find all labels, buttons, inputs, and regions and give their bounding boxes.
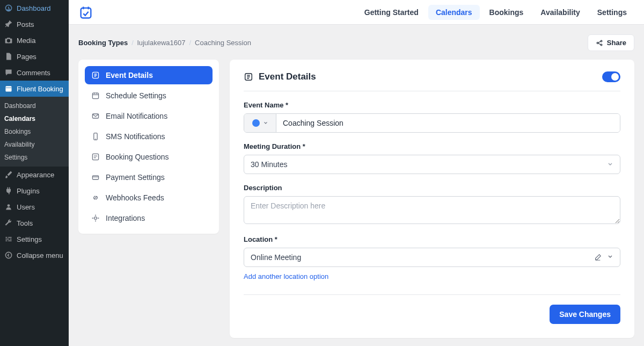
wp-menu-posts[interactable]: Posts	[0, 16, 69, 32]
wp-menu-dashboard[interactable]: Dashboard	[0, 0, 69, 16]
chevron-down-icon	[607, 161, 613, 168]
fluent-booking-logo-icon	[78, 5, 93, 20]
tab-schedule-settings[interactable]: Schedule Settings	[85, 86, 213, 105]
wrench-icon	[4, 219, 13, 227]
share-button[interactable]: Share	[588, 34, 634, 51]
wp-sub-availability[interactable]: Availability	[0, 138, 69, 151]
page-icon	[4, 52, 13, 61]
breadcrumb-separator: /	[131, 39, 134, 47]
svg-point-1	[8, 204, 10, 207]
svg-rect-8	[92, 93, 98, 98]
tab-integrations[interactable]: Integrations	[85, 209, 213, 227]
wp-menu-collapse[interactable]: Collapse menu	[0, 247, 69, 263]
wp-menu-settings[interactable]: Settings	[0, 231, 69, 247]
sms-icon	[91, 132, 100, 141]
chevron-down-icon	[263, 120, 268, 126]
event-color-picker[interactable]	[244, 114, 276, 132]
breadcrumb-separator: /	[189, 39, 191, 47]
nav-settings[interactable]: Settings	[590, 5, 634, 20]
location-label: Location *	[244, 235, 620, 243]
duration-select[interactable]: 30 Minutes	[244, 155, 620, 174]
wp-menu-pages[interactable]: Pages	[0, 48, 69, 64]
calendar-icon	[4, 84, 13, 93]
plug-icon	[4, 186, 13, 195]
wp-menu-appearance[interactable]: Appearance	[0, 167, 69, 183]
tab-booking-questions[interactable]: Booking Questions	[85, 148, 213, 166]
wp-menu-tools[interactable]: Tools	[0, 215, 69, 231]
wp-menu-fluent-booking[interactable]: Fluent Booking	[0, 81, 69, 97]
wp-admin-sidebar: Dashboard Posts Media Pages Comments Flu…	[0, 0, 69, 346]
svg-rect-9	[92, 114, 98, 118]
wp-sub-bookings[interactable]: Bookings	[0, 125, 69, 138]
top-nav: Getting Started Calendars Bookings Avail…	[357, 5, 634, 20]
save-button[interactable]: Save Changes	[550, 305, 620, 324]
tab-sms-notifications[interactable]: SMS Notifications	[85, 127, 213, 146]
nav-getting-started[interactable]: Getting Started	[357, 5, 426, 20]
camera-icon	[4, 36, 13, 45]
gauge-icon	[4, 4, 13, 12]
chevron-down-icon[interactable]	[607, 254, 613, 261]
sliders-icon	[4, 235, 13, 243]
details-icon	[91, 71, 100, 80]
wp-submenu: Dashboard Calendars Bookings Availabilit…	[0, 97, 69, 167]
description-input[interactable]	[244, 196, 620, 224]
tab-event-details[interactable]: Event Details	[85, 66, 213, 84]
comment-icon	[4, 68, 13, 77]
panel-title: Event Details	[259, 71, 316, 82]
breadcrumb-user[interactable]: lujulakewa1607	[137, 39, 186, 47]
integrations-icon	[91, 214, 100, 222]
svg-point-2	[5, 252, 11, 258]
svg-point-4	[597, 42, 598, 44]
mail-icon	[91, 112, 100, 120]
calendar-small-icon	[91, 91, 100, 100]
svg-point-5	[601, 40, 602, 42]
tab-email-notifications[interactable]: Email Notifications	[85, 107, 213, 125]
breadcrumb-leaf: Coaching Session	[195, 39, 251, 47]
svg-rect-11	[92, 154, 98, 160]
breadcrumb-root[interactable]: Booking Types	[78, 39, 128, 47]
wp-sub-settings[interactable]: Settings	[0, 151, 69, 164]
wp-sub-calendars[interactable]: Calendars	[0, 112, 69, 125]
collapse-icon	[4, 251, 13, 260]
add-location-link[interactable]: Add another location option	[244, 272, 328, 280]
user-icon	[4, 203, 13, 211]
tab-payment-settings[interactable]: Payment Settings	[85, 168, 213, 186]
tab-webhooks-feeds[interactable]: Webhooks Feeds	[85, 189, 213, 207]
svg-rect-0	[5, 86, 11, 91]
event-details-panel: Event Details Event Name *	[230, 60, 634, 338]
pin-icon	[4, 20, 13, 28]
wp-menu-media[interactable]: Media	[0, 32, 69, 48]
event-name-input[interactable]	[276, 114, 620, 132]
description-label: Description	[244, 184, 620, 192]
nav-bookings[interactable]: Bookings	[482, 5, 531, 20]
share-icon	[596, 39, 603, 47]
duration-label: Meeting Duration *	[244, 142, 620, 150]
color-dot-icon	[252, 119, 260, 127]
wp-sub-dashboard[interactable]: Dashboard	[0, 99, 69, 112]
breadcrumb: Booking Types / lujulakewa1607 / Coachin…	[78, 39, 251, 47]
wp-menu-users[interactable]: Users	[0, 199, 69, 215]
location-item[interactable]: Online Meeting	[244, 248, 620, 267]
event-name-label: Event Name *	[244, 101, 620, 109]
nav-availability[interactable]: Availability	[533, 5, 587, 20]
nav-calendars[interactable]: Calendars	[428, 5, 480, 20]
questions-icon	[91, 153, 100, 161]
brush-icon	[4, 170, 13, 179]
payment-icon	[91, 173, 100, 182]
svg-rect-3	[81, 8, 91, 18]
details-icon	[244, 72, 253, 82]
top-bar: Getting Started Calendars Bookings Avail…	[69, 0, 644, 25]
settings-tabs-panel: Event Details Schedule Settings Email No…	[78, 60, 219, 234]
event-active-toggle[interactable]	[602, 71, 620, 82]
link-icon	[91, 193, 100, 202]
svg-point-13	[94, 217, 97, 220]
svg-point-6	[601, 44, 602, 46]
svg-rect-12	[92, 176, 98, 179]
edit-icon[interactable]	[594, 254, 602, 261]
wp-menu-comments[interactable]: Comments	[0, 64, 69, 81]
wp-menu-plugins[interactable]: Plugins	[0, 183, 69, 199]
